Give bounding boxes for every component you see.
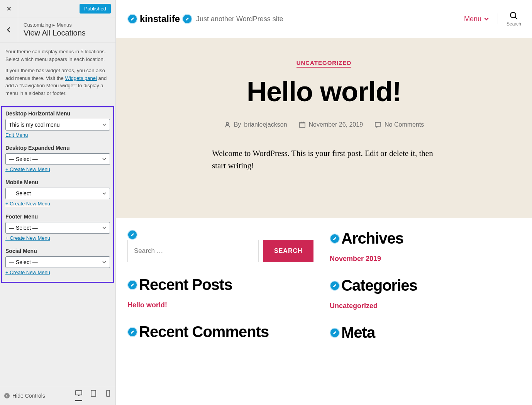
edit-shortcut-icon[interactable] xyxy=(182,14,192,24)
post-author: By brianleejackson xyxy=(224,121,287,128)
panel-description: Your theme can display menus in 5 locati… xyxy=(0,42,115,106)
widget-title: Archives xyxy=(341,230,403,247)
svg-point-0 xyxy=(4,393,10,398)
recent-posts-widget: Recent Posts Hello world! xyxy=(127,276,318,309)
create-menu-link[interactable]: + Create New Menu xyxy=(5,269,50,275)
post-hero: UNCATEGORIZED Hello world! By brianleeja… xyxy=(116,38,532,218)
edit-shortcut-icon[interactable] xyxy=(127,230,137,240)
create-menu-link[interactable]: + Create New Menu xyxy=(5,201,50,207)
menu-toggle-button[interactable]: Menu xyxy=(464,15,489,23)
edit-menu-link[interactable]: Edit Menu xyxy=(5,132,28,138)
location-select[interactable]: This is my cool menu xyxy=(5,119,110,130)
location-mobile: Mobile Menu — Select — + Create New Menu xyxy=(5,179,110,207)
calendar-icon xyxy=(299,121,306,128)
chevron-left-icon xyxy=(6,27,12,32)
location-social: Social Menu — Select — + Create New Menu xyxy=(5,248,110,276)
post-content: Welcome to WordPress. This is your first… xyxy=(212,128,436,191)
create-menu-link[interactable]: + Create New Menu xyxy=(5,235,50,241)
edit-shortcut-icon[interactable] xyxy=(127,327,137,337)
edit-shortcut-icon[interactable] xyxy=(330,328,340,338)
customizer-header: ✕ Published xyxy=(0,0,115,17)
comment-icon xyxy=(374,121,381,128)
post-category: UNCATEGORIZED xyxy=(116,59,532,66)
location-select[interactable]: — Select — xyxy=(5,188,110,199)
desktop-preview-button[interactable] xyxy=(75,390,82,401)
widget-column-2: Archives November 2019 Categories Uncate… xyxy=(330,230,520,355)
post-title: Hello world! xyxy=(116,76,532,107)
location-desktop-expanded: Desktop Expanded Menu — Select — + Creat… xyxy=(5,145,110,173)
meta-widget: Meta xyxy=(330,324,520,341)
mobile-preview-button[interactable] xyxy=(105,390,112,401)
edit-shortcut-icon[interactable] xyxy=(330,234,340,244)
site-branding: kinstalife Just another WordPress site xyxy=(127,14,283,24)
svg-point-5 xyxy=(226,122,229,125)
search-widget: SEARCH xyxy=(127,230,318,262)
publish-area: Published xyxy=(18,0,115,17)
footer-widgets: SEARCH Recent Posts Hello world! Recent … xyxy=(116,218,532,367)
location-label: Desktop Expanded Menu xyxy=(5,145,110,151)
customizer-footer: Hide Controls xyxy=(0,386,115,405)
search-toggle-button[interactable]: Search xyxy=(507,11,521,27)
svg-rect-6 xyxy=(300,122,305,127)
location-select[interactable]: — Select — xyxy=(5,256,110,268)
menu-locations-highlight: Desktop Horizontal Menu This is my cool … xyxy=(1,106,114,283)
location-select[interactable]: — Select — xyxy=(5,153,110,165)
category-link[interactable]: UNCATEGORIZED xyxy=(296,59,352,68)
panel-title: View All Locations xyxy=(24,29,86,37)
site-title[interactable]: kinstalife xyxy=(140,14,180,24)
customizer-body: Your theme can display menus in 5 locati… xyxy=(0,42,115,386)
svg-rect-7 xyxy=(375,122,381,126)
search-input[interactable] xyxy=(127,240,259,262)
published-button[interactable]: Published xyxy=(80,4,111,14)
post-meta: By brianleejackson November 26, 2019 No … xyxy=(116,121,532,128)
location-label: Footer Menu xyxy=(5,214,110,220)
author-link[interactable]: brianleejackson xyxy=(244,121,287,128)
preview-pane: kinstalife Just another WordPress site M… xyxy=(116,0,532,405)
close-button[interactable]: ✕ xyxy=(0,0,18,17)
hide-controls-button[interactable]: Hide Controls xyxy=(4,393,71,399)
desktop-icon xyxy=(75,390,82,397)
svg-rect-3 xyxy=(107,390,110,397)
hide-controls-label: Hide Controls xyxy=(12,393,45,399)
location-select[interactable]: — Select — xyxy=(5,222,110,234)
search-label: Search xyxy=(507,21,521,27)
recent-post-link[interactable]: Hello world! xyxy=(127,301,318,309)
user-icon xyxy=(224,121,231,128)
recent-comments-widget: Recent Comments xyxy=(127,323,318,341)
tablet-icon xyxy=(90,390,97,397)
panel-header: Customizing ▸ Menus View All Locations xyxy=(0,17,115,42)
device-preview-buttons xyxy=(75,390,112,401)
header-actions: Menu Search xyxy=(464,11,521,27)
create-menu-link[interactable]: + Create New Menu xyxy=(5,166,50,172)
location-label: Social Menu xyxy=(5,248,110,254)
customizer-sidebar: ✕ Published Customizing ▸ Menus View All… xyxy=(0,0,116,405)
edit-shortcut-icon[interactable] xyxy=(127,280,137,290)
search-submit-button[interactable]: SEARCH xyxy=(263,240,313,262)
panel-title-text: Customizing ▸ Menus View All Locations xyxy=(18,17,91,42)
widget-title: Meta xyxy=(341,324,375,341)
mobile-icon xyxy=(105,390,112,397)
separator xyxy=(498,14,498,24)
post-comments[interactable]: No Comments xyxy=(374,121,424,128)
svg-rect-2 xyxy=(91,390,96,397)
site-header: kinstalife Just another WordPress site M… xyxy=(116,0,532,38)
edit-shortcut-icon[interactable] xyxy=(330,281,340,291)
categories-widget: Categories Uncategorized xyxy=(330,277,520,310)
archives-widget: Archives November 2019 xyxy=(330,230,520,263)
location-label: Mobile Menu xyxy=(5,179,110,185)
back-button[interactable] xyxy=(0,17,18,42)
desc-line2: If your theme has widget areas, you can … xyxy=(5,67,110,97)
category-link[interactable]: Uncategorized xyxy=(330,302,520,310)
widget-title: Recent Posts xyxy=(139,276,232,293)
search-icon xyxy=(509,11,518,20)
archive-link[interactable]: November 2019 xyxy=(330,255,520,263)
location-desktop-horizontal: Desktop Horizontal Menu This is my cool … xyxy=(5,110,110,138)
widget-title: Categories xyxy=(341,277,417,294)
widgets-panel-link[interactable]: Widgets panel xyxy=(65,75,97,81)
svg-rect-1 xyxy=(76,391,82,395)
tablet-preview-button[interactable] xyxy=(90,390,97,401)
edit-shortcut-icon[interactable] xyxy=(127,14,137,24)
menu-label: Menu xyxy=(464,15,481,23)
chevron-down-icon xyxy=(484,16,489,22)
breadcrumb: Customizing ▸ Menus xyxy=(24,22,86,28)
